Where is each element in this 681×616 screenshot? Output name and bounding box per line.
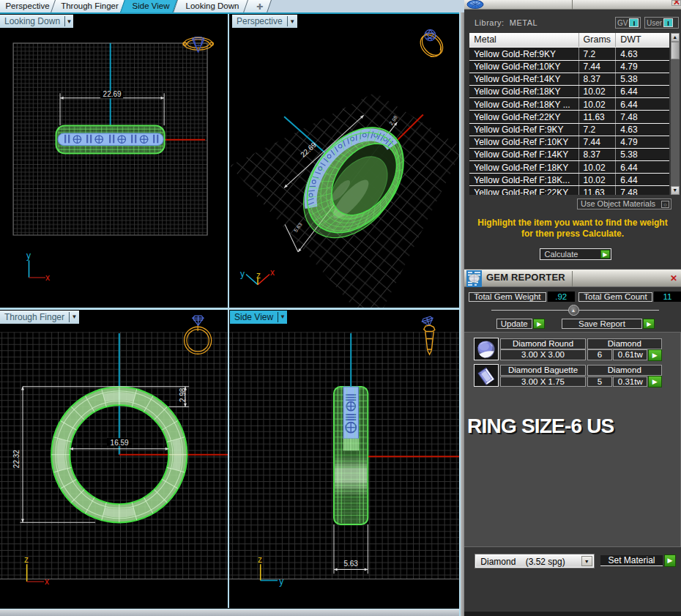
svg-text:z: z [24,554,29,565]
svg-text:z: z [256,270,261,281]
svg-text:2.98: 2.98 [179,387,187,402]
svg-text:y: y [26,251,31,261]
svg-text:y: y [279,576,283,587]
svg-text:z: z [258,554,262,565]
svg-text:y: y [240,269,245,279]
svg-text:x: x [45,576,49,587]
svg-text:22.32: 22.32 [12,449,21,467]
svg-text:x: x [270,267,275,278]
svg-text:16.59: 16.59 [111,438,129,446]
svg-text:x: x [45,272,50,283]
svg-text:5.63: 5.63 [343,560,358,568]
svg-text:22.69: 22.69 [103,90,122,98]
